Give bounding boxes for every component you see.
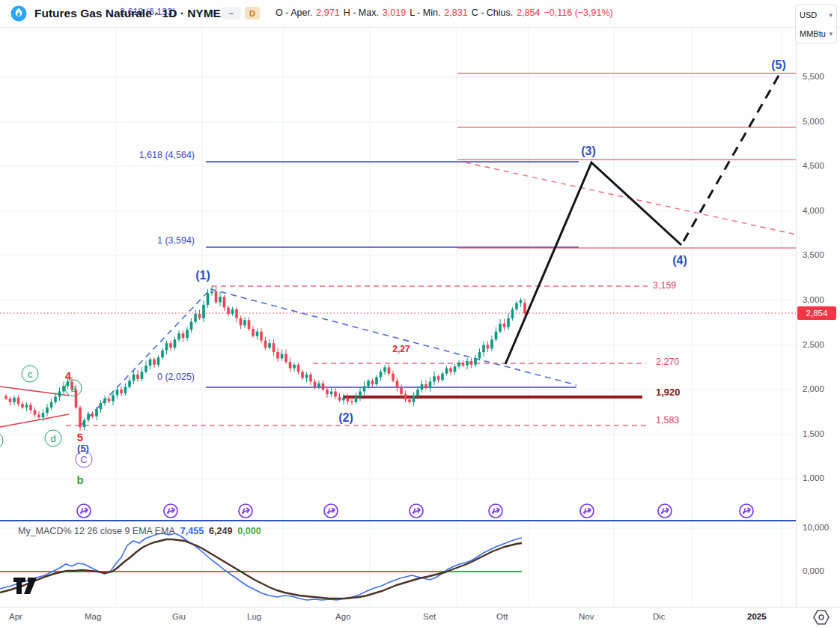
candle-body — [202, 305, 205, 318]
price-axis[interactable]: 2,854 5,5005,0004,5004,0003,5003,0002,50… — [796, 27, 840, 607]
level-price-label[interactable]: 3,159 — [653, 280, 676, 291]
candle-body — [326, 390, 329, 394]
candle-body — [198, 314, 201, 318]
candle-body — [161, 351, 164, 358]
candle-body — [297, 365, 300, 372]
circled-wave-label[interactable]: e — [65, 380, 82, 397]
candle-body — [466, 361, 469, 366]
session-arrow-icon[interactable] — [489, 504, 502, 518]
candle-body — [46, 408, 49, 413]
macd-axis-tick: 0,000 — [803, 566, 824, 575]
unit-select[interactable]: MMBtu ▾ — [796, 24, 836, 43]
candle-body — [445, 369, 448, 374]
candle-body — [100, 403, 103, 409]
support-price-label[interactable]: 1,920 — [656, 387, 681, 398]
wave-sublabel[interactable]: b — [76, 473, 83, 486]
candle-body — [437, 376, 440, 380]
candle-body — [478, 352, 481, 358]
candle-body — [338, 397, 341, 401]
candle-body — [169, 343, 172, 348]
candle-body — [112, 395, 115, 401]
candle-body — [495, 332, 498, 340]
time-axis-label: Lug — [247, 612, 261, 621]
unit-value: MMBtu — [800, 29, 826, 38]
candle-body — [190, 322, 193, 330]
level-price-label[interactable]: 1,583 — [656, 415, 679, 425]
axis-settings-icon[interactable] — [812, 609, 830, 626]
candle-body — [416, 390, 419, 396]
symbol-flame-logo-icon — [10, 5, 27, 22]
session-arrow-icon[interactable] — [740, 504, 753, 518]
chart-legend-toolbar: 2,618 (6,133) Futures Gas Naturale · 1D … — [0, 0, 840, 28]
session-arrow-icon[interactable] — [410, 504, 423, 518]
session-arrow-icon[interactable] — [77, 504, 91, 518]
candle-body — [413, 396, 416, 402]
candle-body — [133, 375, 136, 381]
circled-wave-label[interactable]: c — [22, 366, 39, 383]
level-price-label[interactable]: 2,270 — [656, 357, 679, 367]
wave-sublabel[interactable]: 5 — [77, 431, 83, 443]
candle-body — [264, 341, 267, 348]
circled-wave-label[interactable]: d — [45, 430, 62, 447]
candle-body — [215, 291, 218, 302]
wave-label[interactable]: (1) — [195, 269, 210, 282]
price-note-label[interactable]: 2,27 — [392, 344, 410, 354]
chevron-down-icon: ▾ — [829, 11, 833, 19]
macd-axis-tick: 10,000 — [803, 523, 829, 532]
price-axis-tick: 5,000 — [803, 117, 824, 126]
candle-body — [240, 318, 243, 326]
candle-body — [124, 387, 127, 393]
time-axis[interactable]: AprMagGiuLugAgoSetOttNovDic2025 — [0, 607, 840, 627]
wave-label[interactable]: (3) — [581, 145, 596, 158]
candle-body — [37, 415, 40, 418]
macd-indicator-legend[interactable]: My_MACD% 12 26 close 9 EMA EMA 7,4556,24… — [18, 526, 261, 536]
wave-label[interactable]: (5) — [771, 58, 786, 72]
wave-label[interactable]: (4) — [672, 254, 687, 267]
candle-body — [433, 376, 436, 381]
time-axis-label: Dic — [653, 612, 666, 621]
currency-select[interactable]: USD ▾ — [796, 5, 836, 24]
candle-body — [359, 392, 362, 397]
elliott-wave-line-solid[interactable] — [505, 163, 681, 364]
candle-body — [347, 398, 350, 402]
candle-body — [284, 354, 287, 362]
symbol-title[interactable]: Futures Gas Naturale · 1D · NYMEX — [34, 7, 228, 20]
session-arrow-icon[interactable] — [324, 504, 338, 518]
candle-body — [116, 390, 119, 395]
session-arrow-icon[interactable] — [164, 504, 177, 518]
session-arrow-icon[interactable] — [658, 504, 672, 518]
candle-body — [149, 360, 152, 366]
candle-body — [474, 358, 477, 364]
candle-body — [396, 381, 399, 388]
macd-legend-value: 6,249 — [209, 526, 232, 536]
candle-body — [421, 384, 424, 390]
candle-body — [58, 392, 61, 397]
candle-body — [248, 320, 251, 329]
candle-body — [153, 360, 156, 365]
wave-label[interactable]: (2) — [338, 411, 353, 425]
candle-body — [260, 332, 263, 341]
candle-body — [281, 354, 284, 358]
elliott-wave-line-dashed[interactable] — [684, 76, 779, 241]
macd-legend-title[interactable]: My_MACD% 12 26 close 9 EMA EMA — [18, 526, 175, 536]
candle-body — [355, 397, 358, 402]
candle-body — [13, 398, 16, 402]
candle-body — [25, 405, 28, 408]
interval-badge[interactable]: D — [245, 7, 260, 19]
fib-level-label[interactable]: 1,618 (4,564) — [139, 150, 195, 160]
candle-body — [388, 367, 391, 373]
price-axis-tick: 4,500 — [803, 161, 824, 170]
candle-body — [207, 293, 210, 304]
candle-body — [103, 399, 106, 403]
circled-wave-label[interactable]: C — [76, 451, 93, 468]
candle-body — [83, 420, 86, 428]
candle-body — [95, 409, 98, 417]
session-arrow-icon[interactable] — [239, 504, 252, 518]
tradingview-logo[interactable] — [12, 575, 42, 596]
candle-body — [273, 343, 276, 352]
session-arrow-icon[interactable] — [580, 504, 594, 518]
fib-level-label[interactable]: 1 (3,594) — [157, 235, 195, 246]
macd-legend-value: 0,000 — [237, 526, 261, 536]
legend-collapse-button[interactable]: − — [222, 7, 241, 19]
fib-level-label[interactable]: 0 (2,025) — [157, 372, 195, 382]
